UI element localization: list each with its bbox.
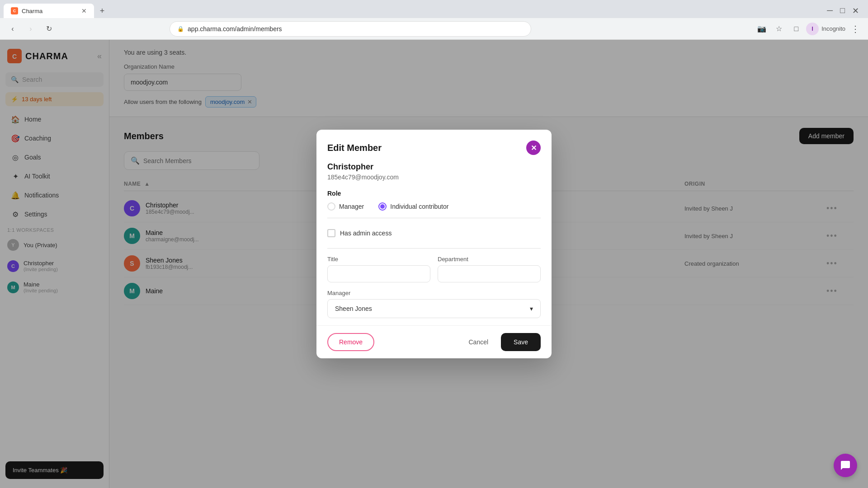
maximize-button[interactable]: □: [840, 6, 845, 16]
modal-member-display: Christopher 185e4c79@moodjoy.com: [327, 162, 541, 181]
footer-right: Cancel Save: [461, 333, 541, 351]
tab-favicon: C: [11, 7, 18, 14]
modal-body: Christopher 185e4c79@moodjoy.com Role Ma…: [316, 162, 552, 325]
remove-button[interactable]: Remove: [327, 333, 374, 351]
reload-button[interactable]: ↻: [42, 22, 56, 36]
new-tab-button[interactable]: +: [96, 5, 108, 17]
admin-checkbox-label: Has admin access: [340, 230, 392, 237]
save-button[interactable]: Save: [501, 333, 541, 351]
modal-member-name: Christopher: [327, 162, 541, 172]
title-field-group: Title: [327, 256, 430, 282]
bookmark-icon[interactable]: ☆: [772, 22, 786, 36]
manager-select[interactable]: Sheen Jones ▾: [327, 299, 541, 318]
title-label: Title: [327, 256, 430, 263]
role-individual-radio[interactable]: [378, 202, 387, 211]
forward-button[interactable]: ›: [24, 22, 38, 36]
camera-off-icon[interactable]: 📷: [755, 22, 769, 36]
back-button[interactable]: ‹: [5, 22, 20, 36]
modal-close-button[interactable]: ✕: [526, 141, 541, 155]
address-bar[interactable]: 🔒 app.charma.com/admin/members: [170, 21, 531, 37]
extensions-icon[interactable]: □: [789, 22, 803, 36]
admin-section: Has admin access: [327, 225, 541, 241]
role-manager-label: Manager: [339, 203, 364, 210]
chat-bubble-button[interactable]: [834, 454, 857, 477]
tab-bar: C Charma ✕ + ─ □ ✕: [0, 0, 868, 18]
modal-footer: Remove Cancel Save: [316, 325, 552, 358]
incognito-label: Incognito: [821, 25, 845, 32]
manager-label: Manager: [327, 290, 541, 296]
department-label: Department: [438, 256, 541, 263]
close-browser-button[interactable]: ✕: [852, 6, 859, 16]
profile-icon[interactable]: I: [806, 23, 819, 35]
role-individual-option[interactable]: Individual contributor: [378, 202, 448, 211]
modal-content: Christopher 185e4c79@moodjoy.com Role Ma…: [316, 162, 552, 318]
tab-close-button[interactable]: ✕: [81, 7, 87, 14]
edit-member-modal: Edit Member ✕ Christopher 185e4c79@moodj…: [316, 130, 552, 358]
role-label: Role: [327, 190, 541, 197]
title-department-row: Title Department: [327, 256, 541, 282]
admin-checkbox[interactable]: [327, 229, 335, 237]
manager-value: Sheen Jones: [335, 305, 372, 312]
modal-title: Edit Member: [327, 143, 382, 153]
url-text: app.charma.com/admin/members: [188, 25, 282, 33]
modal-member-email: 185e4c79@moodjoy.com: [327, 174, 541, 181]
minimize-button[interactable]: ─: [827, 6, 833, 16]
divider-1: [327, 218, 541, 218]
department-field-group: Department: [438, 256, 541, 282]
lock-icon: 🔒: [177, 26, 184, 32]
role-individual-label: Individual contributor: [390, 203, 448, 210]
manager-section: Manager Sheen Jones ▾: [327, 290, 541, 318]
cancel-button[interactable]: Cancel: [461, 334, 495, 350]
role-manager-option[interactable]: Manager: [327, 202, 364, 211]
department-input[interactable]: [438, 265, 541, 282]
active-tab[interactable]: C Charma ✕: [4, 4, 94, 18]
role-manager-radio[interactable]: [327, 202, 335, 211]
browser-toolbar: ‹ › ↻ 🔒 app.charma.com/admin/members 📷 ☆…: [0, 18, 868, 40]
browser-chrome: C Charma ✕ + ─ □ ✕ ‹ › ↻ 🔒 app.charma.co…: [0, 0, 868, 40]
role-section: Role Manager Individual contributor: [327, 190, 541, 211]
tab-title: Charma: [22, 8, 42, 14]
toolbar-right: 📷 ☆ □ I Incognito ⋮: [755, 22, 863, 36]
chat-icon: [840, 460, 851, 471]
chevron-down-icon: ▾: [530, 305, 533, 312]
divider-2: [327, 248, 541, 249]
modal-header: Edit Member ✕: [316, 130, 552, 162]
title-input[interactable]: [327, 265, 430, 282]
menu-button[interactable]: ⋮: [848, 22, 863, 36]
role-options: Manager Individual contributor: [327, 202, 541, 211]
